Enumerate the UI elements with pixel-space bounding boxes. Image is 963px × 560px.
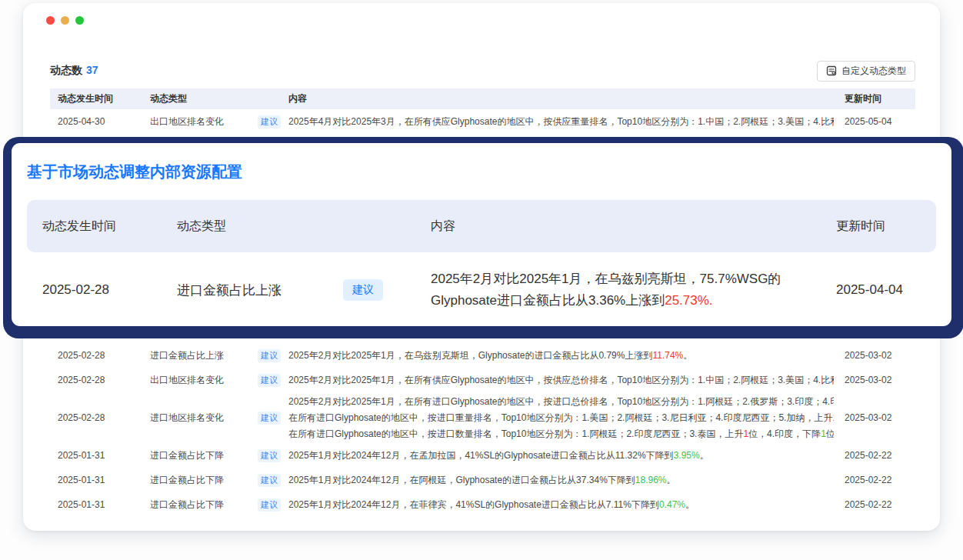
row-date: 2025-04-30 [50,116,150,127]
row-type: 进口金额占比上涨 [150,349,258,362]
overlay-row-update: 2025-04-04 [836,282,936,298]
dynamics-count: 动态数37 [50,64,98,78]
overlay-row-content: 2025年2月对比2025年1月，在乌兹别亮斯坦，75.7%WSG的Glypho… [431,268,836,312]
customize-type-icon [826,65,837,76]
suggestion-badge[interactable]: 建议 [258,449,281,462]
row-date: 2025-01-31 [50,450,150,461]
header-update: 更新时间 [845,92,915,105]
highlight-card-title: 基于市场动态调整内部资源配置 [27,162,242,182]
header-type: 动态类型 [150,92,258,105]
row-content: 2025年4月对比2025年3月，在所有供应Glyphosate的地区中，按供应… [288,114,845,130]
table-header: 动态发生时间 动态类型 内容 更新时间 [50,88,915,109]
row-date: 2025-02-28 [50,412,150,423]
table-row: 2025-02-28进口金额占比上涨建议2025年2月对比2025年1月，在乌兹… [50,343,915,368]
minimize-button[interactable] [61,16,69,25]
overlay-row-date: 2025-02-28 [42,282,177,298]
row-update: 2025-02-22 [845,499,915,510]
suggestion-badge[interactable]: 建议 [258,474,281,487]
suggestion-badge[interactable]: 建议 [258,498,281,512]
close-button[interactable] [46,16,55,25]
suggestion-badge[interactable]: 建议 [258,412,281,425]
row-content: 2025年2月对比2025年1月，在所有供应Glyphosate的地区中，按供应… [288,372,845,388]
header-date: 动态发生时间 [50,92,150,105]
row-date: 2025-02-28 [50,375,150,385]
overlay-type-label: 进口金额占比上涨 [177,282,282,299]
table-row: 2025-01-31进口金额占比下降建议2025年1月对比2024年12月，在孟… [50,443,915,468]
row-type: 进口金额占比下降 [150,449,258,462]
header-content: 内容 [288,92,845,105]
row-content: 2025年1月对比2024年12月，在孟加拉国，41%SL的Glyphosate… [288,448,845,464]
row-update: 2025-02-22 [845,450,915,461]
row-badge-cell: 建议 [258,374,288,387]
row-content: 2025年1月对比2024年12月，在阿根廷，Glyphosate的进口金额占比… [288,472,845,488]
row-update: 2025-02-22 [845,475,915,485]
customize-button-label: 自定义动态类型 [841,65,906,78]
overlay-table-header: 动态发生时间 动态类型 内容 更新时间 [27,200,936,252]
dynamics-count-label: 动态数 [50,64,82,76]
overlay-header-content: 内容 [431,218,836,235]
dynamics-count-value: 37 [86,64,98,76]
row-update: 2025-03-02 [845,350,915,361]
overlay-header-date: 动态发生时间 [42,218,177,235]
row-content: 2025年1月对比2024年12月，在菲律宾，41%SL的Glyphosate进… [288,497,845,513]
suggestion-badge[interactable]: 建议 [258,374,281,387]
row-update: 2025-03-02 [845,412,915,423]
zoom-button[interactable] [75,16,84,25]
table-row: 2025-01-31进口金额占比下降建议2025年1月对比2024年12月，在阿… [50,468,915,492]
customize-dynamic-type-button[interactable]: 自定义动态类型 [817,61,915,82]
suggestion-badge[interactable]: 建议 [258,115,281,128]
overlay-header-type: 动态类型 [177,218,431,235]
suggestion-badge[interactable]: 建议 [343,279,383,301]
row-type: 进口金额占比下降 [150,474,258,487]
suggestion-badge[interactable]: 建议 [258,349,281,362]
table-row: 2025-02-28出口地区排名变化建议2025年2月对比2025年1月，在所有… [50,368,915,392]
row-badge-cell: 建议 [258,449,288,462]
row-badge-cell: 建议 [258,474,288,487]
row-badge-cell: 建议 [258,115,288,128]
row-update: 2025-03-02 [845,375,915,385]
table-row: 2025-01-31进口金额占比下降建议2025年1月对比2024年12月，在菲… [50,492,915,517]
table-row: 2025-04-30出口地区排名变化建议2025年4月对比2025年3月，在所有… [50,109,915,134]
table-row: 2025-02-28进口地区排名变化建议2025年2月对比2025年1月，在所有… [50,392,915,443]
row-type: 进口地区排名变化 [150,412,258,425]
toolbar: 动态数37 自定义动态类型 [50,60,915,82]
row-content: 2025年2月对比2025年1月，在所有进口Glyphosate的地区中，按进口… [288,394,845,442]
row-type: 进口金额占比下降 [150,498,258,512]
row-date: 2025-02-28 [50,350,150,361]
row-badge-cell: 建议 [258,349,288,362]
overlay-table-row: 2025-02-28 进口金额占比上涨 建议 2025年2月对比2025年1月，… [27,257,936,323]
window-controls [46,16,84,25]
highlight-card-inner: 基于市场动态调整内部资源配置 动态发生时间 动态类型 内容 更新时间 2025-… [12,143,951,326]
row-badge-cell: 建议 [258,412,288,425]
table-body-bottom: 2025-02-28进口地区排名变化建议在所有进口Glyphosate的地区中，… [50,318,915,517]
overlay-row-type: 进口金额占比上涨 建议 [177,279,431,301]
row-badge-cell: 建议 [258,498,288,512]
row-content: 2025年2月对比2025年1月，在乌兹别克斯坦，Glyphosate的进口金额… [288,348,845,364]
highlight-card: 基于市场动态调整内部资源配置 动态发生时间 动态类型 内容 更新时间 2025-… [9,141,954,328]
row-update: 2025-05-04 [845,116,915,127]
table-body-top: 2025-04-30出口地区排名变化建议2025年4月对比2025年3月，在所有… [50,109,915,134]
row-type: 出口地区排名变化 [150,374,258,387]
row-date: 2025-01-31 [50,475,150,485]
row-type: 出口地区排名变化 [150,115,258,128]
overlay-header-update: 更新时间 [836,218,936,235]
row-date: 2025-01-31 [50,499,150,510]
